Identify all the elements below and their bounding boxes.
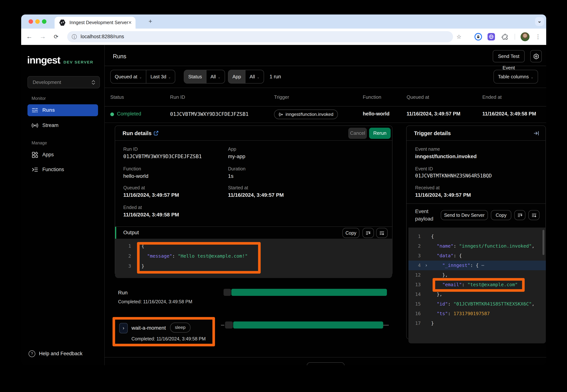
field-event-name: Event nameinngest/function.invoked [415,147,477,159]
status-filter-value[interactable]: All⌄ [206,70,225,83]
word-wrap-icon [517,212,523,218]
row-function: hello-world [363,111,390,117]
code-line-1: 1{ [115,241,392,251]
event-payload-title: Eventpayload [415,208,433,222]
col-header-trigger[interactable]: Trigger [274,94,289,100]
field-event-id: Event ID01JCVBTMTKNHNHZ3SN64R51BQD [415,166,492,179]
browser-tab-strip: Inngest Development Server ✕ + ⌄ [21,14,546,28]
step-bar[interactable] [233,322,383,329]
extensions-puzzle-icon[interactable] [501,33,508,41]
toolbar-divider [515,34,515,40]
cancel-button[interactable]: Cancel [348,128,367,139]
help-icon: ? [28,350,35,357]
sidebar-item-stream[interactable]: Stream [28,120,98,131]
help-and-feedback[interactable]: ? Help and Feedback [28,350,103,359]
payload-scroll-bottom-button[interactable] [528,210,539,220]
app-filter-value[interactable]: All⌄ [245,70,264,83]
manage-section-label: Manage [31,141,47,145]
function-link[interactable]: hello-world [123,173,148,179]
purple-extension-icon[interactable] [488,33,495,41]
payload-copy-button[interactable]: Copy [491,210,511,220]
forward-icon[interactable]: → [38,28,47,45]
traffic-close-button[interactable] [28,19,33,24]
trigger-pill[interactable]: inngest/function.invoked [274,110,338,119]
collapse-panel-icon[interactable] [534,131,539,136]
tab-search-chevron-icon[interactable]: ⌄ [535,17,544,26]
field-received-at: Received at11/16/2024, 3:49:57 PM [415,185,471,198]
run-count: 1 run [269,74,281,79]
annotation-box-step: › wait-a-moment sleep Completed: 11/16/2… [113,317,215,346]
event-trigger-icon [279,112,283,117]
bookmark-star-icon[interactable]: ☆ [454,28,463,45]
back-icon[interactable]: ← [25,28,34,45]
line-number: 1 [409,232,421,241]
reload-icon[interactable]: ⟳ [52,28,60,45]
bottom-partial-button[interactable] [307,362,345,365]
code-line-2: 2 "name": "inngest/function.invoked", [409,241,546,251]
sidebar-item-apps[interactable]: Apps [28,149,98,161]
address-bar[interactable]: ⓘ localhost:8288/runs [67,31,453,42]
code-line-15: 15 "id": "01JCVBTMTKR41S8STTKEXSKX6C", [409,299,546,309]
output-copy-button[interactable]: Copy [342,228,359,238]
profile-avatar[interactable] [521,32,529,41]
line-number: 2 [409,241,421,251]
chevron-down-icon: ⌄ [168,75,171,79]
word-wrap-button[interactable] [362,228,374,238]
external-link-icon[interactable] [153,131,158,136]
payload-word-wrap-button[interactable] [514,210,525,220]
help-label: Help and Feedback [39,350,83,357]
settings-button[interactable] [530,50,542,62]
status-dot [110,112,114,116]
time-range-filter[interactable]: Last 3d⌄ [146,70,175,83]
browser-tab[interactable]: Inngest Development Server ✕ [55,17,136,28]
app-filter-label: App [228,70,245,83]
payload-scrollbar-thumb[interactable] [542,230,544,255]
run-bar-queued-segment [224,289,231,296]
row-run-id: 01JCVBTMV3WXY9D3CFDEJFZSB1 [170,111,249,117]
traffic-zoom-button[interactable] [42,19,46,24]
run-bar[interactable] [231,289,387,296]
new-tab-button[interactable]: + [146,17,155,26]
send-to-dev-server-button[interactable]: Send to Dev Server [441,210,488,220]
step-expand-chevron[interactable]: › [119,323,128,333]
code-line-17: 17} [409,319,546,328]
stream-icon [31,122,38,129]
line-number: 14 [409,290,421,299]
line-number: 17 [409,319,421,328]
col-header-status[interactable]: Status [110,94,124,100]
code-line-16: 16 "ts": 1731790197587 [409,309,546,319]
password-manager-extension-icon[interactable] [474,33,482,41]
table-columns-button[interactable]: Table columns⌄ [494,70,538,84]
desktop-background: Inngest Development Server ✕ + ⌄ ← → ⟳ ⓘ… [0,0,567,392]
app-link[interactable]: my-app [228,153,245,159]
status-filter-group: Status All⌄ [184,70,225,84]
fold-toggle-icon[interactable]: › [425,261,428,270]
environment-select[interactable]: Development [28,76,100,88]
col-header-ended[interactable]: Ended at [482,94,502,100]
time-field-filter[interactable]: Queued at⌄ [111,70,146,83]
browser-menu-kebab-icon[interactable]: ⋮ [534,28,542,45]
status-filter-label: Status [184,70,206,83]
scroll-bottom-icon [379,230,385,236]
field-queued-at: Queued at11/16/2024, 3:49:57 PM [123,185,179,198]
sidebar-item-functions[interactable]: Functions [28,164,98,176]
payload-code-block: 1{2 "name": "inngest/function.invoked",3… [409,227,546,343]
inngest-app: inngest DEV SERVER Development Monitor R… [21,45,546,365]
word-wrap-icon [365,230,371,236]
scroll-to-bottom-button[interactable] [376,228,388,238]
tab-close-icon[interactable]: ✕ [128,17,132,28]
site-info-icon[interactable]: ⓘ [72,31,77,42]
field-ended-at: Ended at11/16/2024, 3:49:58 PM [123,205,179,218]
send-test-event-button[interactable]: Send Test Event [493,50,525,62]
step-bar-connector-right [383,325,389,325]
time-filter-group: Queued at⌄ Last 3d⌄ [110,70,175,84]
traffic-minimize-button[interactable] [35,19,40,24]
col-header-function[interactable]: Function [363,94,381,100]
sidebar-item-runs[interactable]: Runs [28,104,98,116]
sidebar-item-label: Stream [42,120,58,131]
field-started-at: Started at11/16/2024, 3:49:57 PM [228,185,284,198]
rerun-button[interactable]: Rerun [369,128,391,139]
sidebar-item-label: Apps [42,149,54,161]
col-header-queued[interactable]: Queued at [407,94,429,100]
col-header-run-id[interactable]: Run ID [170,94,185,100]
